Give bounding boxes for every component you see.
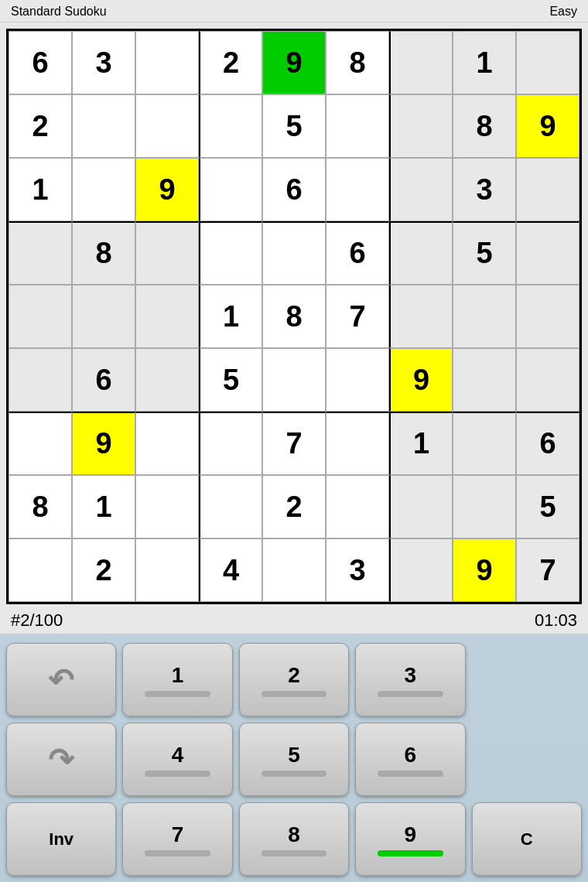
cell-2-1[interactable]	[72, 158, 135, 221]
cell-2-2[interactable]: 9	[135, 158, 199, 221]
cell-2-3[interactable]	[199, 158, 262, 221]
cell-1-8[interactable]: 9	[516, 94, 579, 158]
cell-8-8[interactable]: 7	[516, 538, 579, 602]
cell-7-6[interactable]	[389, 475, 453, 538]
cell-7-0[interactable]: 8	[9, 475, 72, 538]
cell-1-7[interactable]: 8	[453, 94, 516, 158]
cell-4-8[interactable]	[516, 285, 579, 348]
digit-5-button[interactable]: 5	[239, 723, 349, 796]
cell-2-7[interactable]: 3	[453, 158, 516, 221]
cell-1-5[interactable]	[326, 94, 389, 158]
cell-0-5[interactable]: 8	[326, 31, 389, 94]
cell-0-3[interactable]: 2	[199, 31, 262, 94]
cell-3-5[interactable]: 6	[326, 221, 389, 285]
cell-4-6[interactable]	[389, 285, 453, 348]
cell-5-3[interactable]: 5	[199, 348, 262, 412]
cell-7-1[interactable]: 1	[72, 475, 135, 538]
cell-4-3[interactable]: 1	[199, 285, 262, 348]
cell-3-6[interactable]	[389, 221, 453, 285]
cell-4-5[interactable]: 7	[326, 285, 389, 348]
cell-6-7[interactable]	[453, 412, 516, 475]
cell-3-7[interactable]: 5	[453, 221, 516, 285]
redo-icon: ↷	[48, 742, 74, 778]
cell-0-2[interactable]	[135, 31, 199, 94]
cell-8-3[interactable]: 4	[199, 538, 262, 602]
digit-7-indicator	[145, 850, 210, 856]
cell-7-7[interactable]	[453, 475, 516, 538]
cell-5-6[interactable]: 9	[389, 348, 453, 412]
cell-7-2[interactable]	[135, 475, 199, 538]
clear-button[interactable]: C	[472, 802, 582, 876]
digit-9-button[interactable]: 9	[355, 802, 465, 876]
digit-3-button[interactable]: 3	[355, 643, 465, 716]
cell-5-7[interactable]	[453, 348, 516, 412]
cell-5-2[interactable]	[135, 348, 199, 412]
cell-1-2[interactable]	[135, 94, 199, 158]
cell-2-6[interactable]	[389, 158, 453, 221]
cell-1-3[interactable]	[199, 94, 262, 158]
cell-2-8[interactable]	[516, 158, 579, 221]
cell-0-4[interactable]: 9	[262, 31, 326, 94]
cell-0-8[interactable]	[516, 31, 579, 94]
inv-button[interactable]: Inv	[6, 802, 116, 876]
cell-8-0[interactable]	[9, 538, 72, 602]
cell-4-4[interactable]: 8	[262, 285, 326, 348]
cell-1-6[interactable]	[389, 94, 453, 158]
cell-3-3[interactable]	[199, 221, 262, 285]
cell-8-7[interactable]: 9	[453, 538, 516, 602]
cell-5-1[interactable]: 6	[72, 348, 135, 412]
cell-1-0[interactable]: 2	[9, 94, 72, 158]
cell-3-8[interactable]	[516, 221, 579, 285]
cell-8-5[interactable]: 3	[326, 538, 389, 602]
undo-button[interactable]: ↶	[6, 643, 116, 716]
cell-2-4[interactable]: 6	[262, 158, 326, 221]
cell-4-2[interactable]	[135, 285, 199, 348]
cell-5-4[interactable]	[262, 348, 326, 412]
cell-3-1[interactable]: 8	[72, 221, 135, 285]
cell-6-2[interactable]	[135, 412, 199, 475]
cell-0-6[interactable]	[389, 31, 453, 94]
cell-3-2[interactable]	[135, 221, 199, 285]
cell-7-8[interactable]: 5	[516, 475, 579, 538]
digit-8-button[interactable]: 8	[239, 802, 349, 876]
digit-1-button[interactable]: 1	[122, 643, 232, 716]
cell-4-7[interactable]	[453, 285, 516, 348]
cell-6-6[interactable]: 1	[389, 412, 453, 475]
cell-4-0[interactable]	[9, 285, 72, 348]
cell-7-5[interactable]	[326, 475, 389, 538]
digit-2-button[interactable]: 2	[239, 643, 349, 716]
cell-2-0[interactable]: 1	[9, 158, 72, 221]
cell-8-1[interactable]: 2	[72, 538, 135, 602]
cell-value-4-3: 1	[223, 300, 239, 333]
cell-6-0[interactable]	[9, 412, 72, 475]
digit-6-button[interactable]: 6	[355, 723, 465, 796]
cell-8-6[interactable]	[389, 538, 453, 602]
cell-3-0[interactable]	[9, 221, 72, 285]
cell-5-5[interactable]	[326, 348, 389, 412]
digit-7-button[interactable]: 7	[122, 802, 232, 876]
cell-6-5[interactable]	[326, 412, 389, 475]
digit-4-button[interactable]: 4	[122, 723, 232, 796]
cell-2-5[interactable]	[326, 158, 389, 221]
digit-7-label: 7	[172, 822, 184, 847]
cell-8-4[interactable]	[262, 538, 326, 602]
cell-7-3[interactable]	[199, 475, 262, 538]
redo-button[interactable]: ↷	[6, 723, 116, 796]
cell-0-1[interactable]: 3	[72, 31, 135, 94]
cell-3-4[interactable]	[262, 221, 326, 285]
cell-5-8[interactable]	[516, 348, 579, 412]
cell-6-3[interactable]	[199, 412, 262, 475]
cell-0-0[interactable]: 6	[9, 31, 72, 94]
cell-7-4[interactable]: 2	[262, 475, 326, 538]
cell-1-1[interactable]	[72, 94, 135, 158]
cell-5-0[interactable]	[9, 348, 72, 412]
cell-8-2[interactable]	[135, 538, 199, 602]
cell-value-6-4: 7	[285, 427, 302, 460]
cell-4-1[interactable]	[72, 285, 135, 348]
cell-6-4[interactable]: 7	[262, 412, 326, 475]
cell-6-1[interactable]: 9	[72, 412, 135, 475]
cell-0-7[interactable]: 1	[453, 31, 516, 94]
cell-6-8[interactable]: 6	[516, 412, 579, 475]
cell-1-4[interactable]: 5	[262, 94, 326, 158]
sudoku-grid[interactable]: 632981258919638651876599716812524397	[6, 29, 582, 604]
